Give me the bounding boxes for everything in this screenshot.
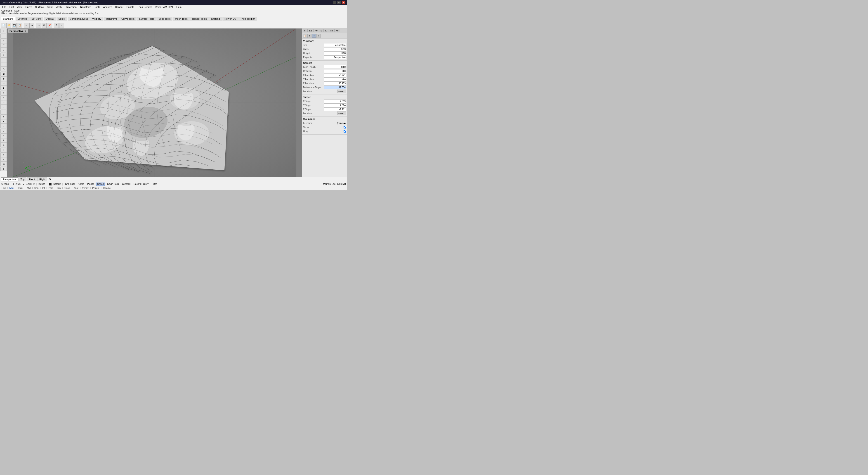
- toolbar-tab-render-tools[interactable]: Render Tools: [190, 17, 209, 21]
- polygon-tool[interactable]: ⬡: [0, 67, 7, 71]
- viewport-tab-front[interactable]: Front: [27, 177, 37, 181]
- split-tool[interactable]: ⋮: [0, 110, 7, 114]
- revolve-tool[interactable]: ↻: [0, 95, 7, 100]
- record-history-button[interactable]: Record History: [133, 182, 149, 186]
- menu-item-tools[interactable]: Tools: [93, 5, 101, 9]
- ortho-button[interactable]: Ortho: [78, 182, 85, 186]
- toolbar-tab-transform[interactable]: Transform: [103, 17, 119, 21]
- panel-icon-3[interactable]: ✦: [312, 34, 316, 38]
- gray-checkbox[interactable]: [344, 130, 346, 132]
- snap-int[interactable]: Int: [41, 187, 45, 189]
- cut-button[interactable]: ✂: [36, 23, 41, 28]
- toolbar-tab-mesh-tools[interactable]: Mesh Tools: [173, 17, 189, 21]
- viewport-area[interactable]: Perspective ▼: [7, 29, 302, 177]
- text-tool[interactable]: T: [0, 157, 7, 162]
- toolbar-tab-display[interactable]: Display: [43, 17, 56, 21]
- open-button[interactable]: 📂: [6, 23, 11, 28]
- snap-near[interactable]: Near: [8, 187, 15, 189]
- extrude-tool[interactable]: ⬆: [0, 86, 7, 90]
- toolbar-tab-standard[interactable]: Standard: [1, 17, 15, 21]
- mirror-tool[interactable]: ↔: [0, 124, 7, 128]
- toolbar-tab-viewport-layout[interactable]: Viewport Layout: [68, 17, 90, 21]
- polyline-tool[interactable]: ⌒: [0, 43, 7, 48]
- snap-tan[interactable]: Tan: [56, 187, 61, 189]
- rotate-tool[interactable]: ↺: [0, 129, 7, 133]
- show-checkbox[interactable]: [344, 126, 346, 128]
- undo-button[interactable]: ↩: [24, 23, 29, 28]
- settings-button[interactable]: ⚙: [54, 23, 59, 28]
- expand-filename-icon[interactable]: ▶: [344, 122, 346, 124]
- place-target-button[interactable]: Place...: [337, 112, 346, 115]
- arc-tool[interactable]: ⌢: [0, 57, 7, 62]
- copy-button[interactable]: ⧉: [41, 23, 46, 28]
- menu-item-solid[interactable]: Solid: [46, 5, 54, 9]
- boolean-tool[interactable]: ⊗: [0, 119, 7, 124]
- snap-project[interactable]: Project: [92, 187, 100, 189]
- redo-button[interactable]: ↪: [29, 23, 34, 28]
- snap-mid[interactable]: Mid: [26, 187, 31, 189]
- toolbar-tab-cplanes[interactable]: CPlanes: [16, 17, 29, 21]
- move-tool[interactable]: ✛: [0, 138, 7, 143]
- toolbar-tab-new-in-v6[interactable]: New in V6: [222, 17, 238, 21]
- menu-item-thea-render[interactable]: Thea Render: [136, 5, 153, 9]
- point-tool[interactable]: ·: [0, 34, 7, 38]
- toolbar-tab-solid-tools[interactable]: Solid Tools: [156, 17, 173, 21]
- snap-disable[interactable]: Disable: [102, 187, 111, 189]
- filter-button[interactable]: Filter: [151, 182, 157, 186]
- menu-item-rhinocam-2021[interactable]: RhinoCAM 2021: [153, 5, 175, 9]
- menu-item-analyze[interactable]: Analyze: [102, 5, 113, 9]
- dimension-tool[interactable]: ↕: [0, 152, 7, 157]
- panel-icon-2[interactable]: ⊞: [307, 34, 311, 38]
- copy-obj-tool[interactable]: ⧉: [0, 143, 7, 147]
- box-tool[interactable]: ▣: [0, 72, 7, 76]
- place-camera-button[interactable]: Place...: [337, 90, 346, 93]
- panel-tab-thea[interactable]: Th: [329, 29, 334, 32]
- snap-point[interactable]: Point: [18, 187, 24, 189]
- array-tool[interactable]: ⠿: [0, 148, 7, 152]
- menu-item-render[interactable]: Render: [114, 5, 125, 9]
- paste-button[interactable]: 📌: [47, 23, 52, 28]
- save-as-button[interactable]: 📋: [17, 23, 22, 28]
- viewport-tab-right[interactable]: Right: [37, 177, 47, 181]
- toolbar-tab-set-view[interactable]: Set View: [29, 17, 43, 21]
- trim-tool[interactable]: ✂: [0, 105, 7, 110]
- select-tool[interactable]: ↖: [0, 29, 7, 33]
- menu-item-curve[interactable]: Curve: [24, 5, 33, 9]
- panel-tab-help[interactable]: He: [334, 29, 340, 32]
- line-tool[interactable]: /: [0, 38, 7, 43]
- panel-tab-layers[interactable]: La: [308, 29, 313, 32]
- menu-item-panels[interactable]: Panels: [125, 5, 135, 9]
- cylinder-tool[interactable]: ⌭: [0, 81, 7, 86]
- scale-tool[interactable]: ⇔: [0, 133, 7, 138]
- grid-snap-button[interactable]: Grid Snap: [64, 182, 76, 186]
- snap-vertex[interactable]: Vertex: [81, 187, 89, 189]
- smarttrack-button[interactable]: SmartTrack: [106, 182, 119, 186]
- minimize-button[interactable]: —: [333, 1, 336, 4]
- join-tool[interactable]: ⊕: [0, 115, 7, 119]
- curve-tool[interactable]: ∿: [0, 48, 7, 53]
- extra-button[interactable]: ≡: [59, 23, 64, 28]
- panel-tab-render[interactable]: Re: [313, 29, 319, 32]
- snap-end[interactable]: End: [1, 187, 6, 189]
- toolbar-tab-visibility[interactable]: Visibility: [90, 17, 103, 21]
- snap-cen[interactable]: Cen: [34, 187, 39, 189]
- rectangle-tool[interactable]: □: [0, 62, 7, 67]
- panel-tab-properties[interactable]: Pr: [303, 29, 308, 32]
- menu-item-mesh[interactable]: Mesh: [54, 5, 63, 9]
- snap-perp[interactable]: Perp: [48, 187, 54, 189]
- toolbar-tab-surface-tools[interactable]: Surface Tools: [137, 17, 156, 21]
- sweep-tool[interactable]: ⟳: [0, 100, 7, 105]
- menu-item-edit[interactable]: Edit: [8, 5, 15, 9]
- osnap-button[interactable]: Osnap: [96, 182, 105, 186]
- hatch-tool[interactable]: ▤: [0, 162, 7, 167]
- menu-item-view[interactable]: View: [16, 5, 24, 9]
- new-button[interactable]: 📄: [1, 23, 6, 28]
- sphere-tool[interactable]: ◉: [0, 77, 7, 81]
- circle-tool[interactable]: ○: [0, 53, 7, 57]
- save-button[interactable]: 💾: [12, 23, 17, 28]
- toolbar-tab-curve-tools[interactable]: Curve Tools: [119, 17, 136, 21]
- gumball-button[interactable]: Gumball: [121, 182, 131, 186]
- panel-tab-material[interactable]: M: [319, 29, 324, 32]
- panel-icon-4[interactable]: ⊙: [316, 34, 320, 38]
- viewport-tab-settings-icon[interactable]: ⚙: [49, 178, 51, 181]
